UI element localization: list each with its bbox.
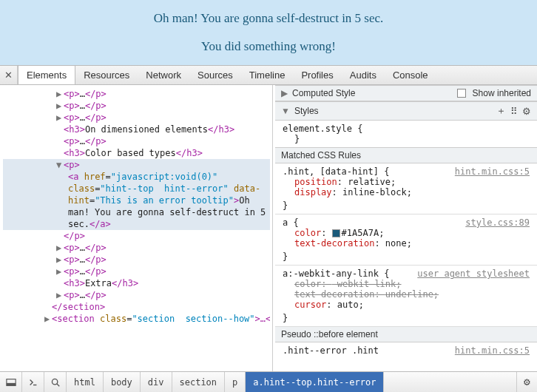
dom-node[interactable]: <h3>Extra</h3> <box>3 277 270 289</box>
chevron-right-icon[interactable]: ▶ <box>44 313 52 325</box>
css-rule[interactable]: .hint, [data-hint] {hint.min.css:5positi… <box>275 163 537 214</box>
elements-dom-tree[interactable]: ▶<p>…</p>▶<p>…</p>▶<p>…</p><h3>On dimens… <box>0 85 270 371</box>
pseudo-before-section: Pseudo ::before element <box>275 326 537 342</box>
chevron-right-icon[interactable]: ▶ <box>56 100 64 112</box>
breadcrumb-item[interactable]: body <box>104 372 141 392</box>
svg-point-3 <box>52 379 57 384</box>
page-banner: Oh man! You are gonna self-destruct in 5… <box>0 0 537 65</box>
css-declaration[interactable]: cursor: auto; <box>294 300 530 310</box>
chevron-down-icon[interactable]: ▼ <box>281 106 290 116</box>
toggle-element-state-icon[interactable]: ⠿ <box>510 106 518 117</box>
element-style-rule[interactable]: element.style { <box>275 121 537 134</box>
computed-style-label: Computed Style <box>292 88 355 98</box>
dom-node[interactable]: ▶<p>…</p> <box>3 100 270 112</box>
computed-style-section[interactable]: ▶ Computed Style Show inherited <box>275 85 537 101</box>
dom-node[interactable]: ▶<p>…</p> <box>3 112 270 124</box>
breadcrumb-item[interactable]: a.hint--top.hint--error <box>246 372 384 392</box>
styles-panel: ▶ Computed Style Show inherited ▼ Styles… <box>275 85 537 371</box>
breadcrumb-item[interactable]: section <box>172 372 226 392</box>
banner-line-2: You did something wrong! <box>201 39 336 54</box>
styles-label: Styles <box>294 106 319 116</box>
pseudo-rule[interactable]: .hint--error .hint hint.min.css:5 <box>275 342 537 356</box>
dom-node[interactable]: </p> <box>3 230 270 242</box>
matched-rules-section: Matched CSS Rules <box>275 147 537 163</box>
show-inherited-label: Show inherited <box>473 88 531 98</box>
devtools-tabbar: ✕ ElementsResourcesNetworkSourcesTimelin… <box>0 66 537 85</box>
matched-rules-label: Matched CSS Rules <box>281 150 361 160</box>
panel-resizer[interactable] <box>270 85 275 371</box>
chevron-down-icon[interactable]: ▼ <box>56 159 64 171</box>
breadcrumb-item[interactable]: html <box>67 372 104 392</box>
gear-icon[interactable]: ⚙ <box>522 106 531 117</box>
chevron-right-icon[interactable]: ▶ <box>281 88 288 98</box>
dom-node[interactable]: <a href="javascript:void(0)" class="hint… <box>3 171 270 230</box>
chevron-right-icon[interactable]: ▶ <box>56 242 64 254</box>
dom-node[interactable]: ▶<p>…</p> <box>3 242 270 254</box>
devtools-bottom-bar: htmlbodydivsectionpa.hint--top.hint--err… <box>0 371 537 392</box>
dom-node[interactable]: ▼<p> <box>3 159 270 171</box>
tab-timeline[interactable]: Timeline <box>241 66 294 84</box>
chevron-right-icon[interactable]: ▶ <box>56 254 64 266</box>
tab-sources[interactable]: Sources <box>189 66 241 84</box>
chevron-right-icon[interactable]: ▶ <box>56 112 64 124</box>
css-declaration[interactable]: color: #1A5A7A; <box>294 228 530 238</box>
source-link[interactable]: style.css:89 <box>465 217 530 228</box>
chevron-right-icon[interactable]: ▶ <box>56 88 64 100</box>
svg-rect-1 <box>6 382 15 385</box>
tab-resources[interactable]: Resources <box>75 66 138 84</box>
svg-line-4 <box>56 383 59 386</box>
settings-gear-icon[interactable]: ⚙ <box>516 372 537 392</box>
styles-section[interactable]: ▼ Styles ＋ ⠿ ⚙ <box>275 101 537 121</box>
show-inherited-checkbox[interactable] <box>457 89 466 98</box>
tab-network[interactable]: Network <box>138 66 189 84</box>
chevron-right-icon[interactable]: ▶ <box>56 266 64 277</box>
dom-node[interactable]: ▶<p>…</p> <box>3 289 270 301</box>
dock-icon[interactable] <box>0 372 22 392</box>
tab-console[interactable]: Console <box>385 66 436 84</box>
tab-audits[interactable]: Audits <box>342 66 385 84</box>
tab-profiles[interactable]: Profiles <box>293 66 341 84</box>
add-rule-icon[interactable]: ＋ <box>496 104 506 118</box>
css-rule[interactable]: a:-webkit-any-link {user agent styleshee… <box>275 265 537 326</box>
css-declaration[interactable]: text-decoration: none; <box>294 238 530 249</box>
dom-node[interactable]: ▶<p>…</p> <box>3 266 270 277</box>
tab-elements[interactable]: Elements <box>18 66 75 84</box>
source-link[interactable]: hint.min.css:5 <box>455 345 530 356</box>
css-declaration[interactable]: display: inline-block; <box>294 187 530 197</box>
console-drawer-icon[interactable] <box>22 372 44 392</box>
source-link[interactable]: hint.min.css:5 <box>455 166 530 177</box>
banner-line-1: Oh man! You are gonna self-destruct in 5… <box>154 11 384 26</box>
devtools-panels: ▶<p>…</p>▶<p>…</p>▶<p>…</p><h3>On dimens… <box>0 85 537 371</box>
breadcrumb-item[interactable]: p <box>225 372 246 392</box>
dom-node[interactable]: ▶<p>…</p> <box>3 88 270 100</box>
dom-node[interactable]: <h3>On dimensioned elements</h3> <box>3 124 270 135</box>
css-declaration[interactable]: color: -webkit-link; <box>294 279 530 289</box>
dom-node[interactable]: ▶<section class="section section--how">…… <box>3 313 270 325</box>
breadcrumb-item[interactable]: div <box>141 372 172 392</box>
inspect-icon[interactable] <box>44 372 67 392</box>
dom-node[interactable]: <h3>Color based types</h3> <box>3 147 270 159</box>
close-devtools-button[interactable]: ✕ <box>0 66 18 84</box>
css-declaration[interactable]: text-decoration: underline; <box>294 289 530 300</box>
dom-node[interactable]: <p>…</p> <box>3 135 270 147</box>
pseudo-before-label: Pseudo ::before element <box>281 329 378 339</box>
dom-node[interactable]: ▶<p>…</p> <box>3 254 270 266</box>
css-rule[interactable]: a {style.css:89color: #1A5A7A;text-decor… <box>275 214 537 265</box>
source-link: user agent stylesheet <box>417 268 530 279</box>
chevron-right-icon[interactable]: ▶ <box>56 289 64 301</box>
devtools: ✕ ElementsResourcesNetworkSourcesTimelin… <box>0 65 537 392</box>
css-declaration[interactable]: position: relative; <box>294 177 530 187</box>
dom-node[interactable]: </section> <box>3 301 270 313</box>
